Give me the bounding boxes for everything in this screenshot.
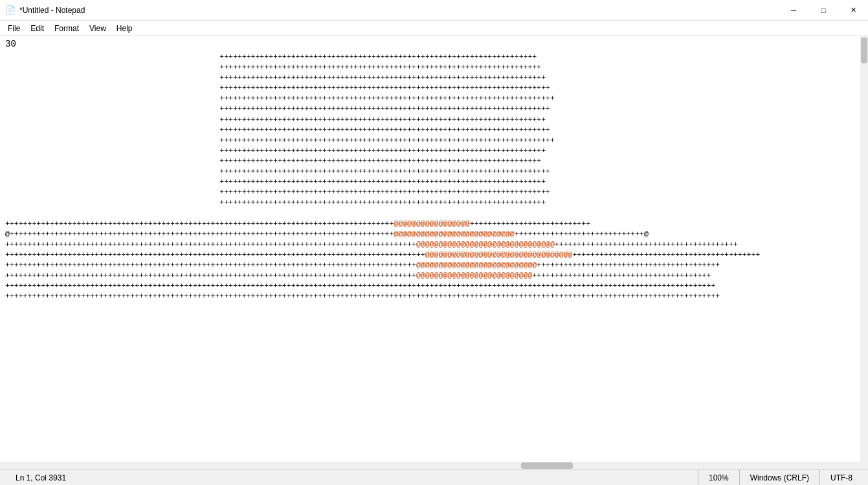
mixed-line: ++++++++++++++++++++++++++++++++++++++++… [5, 250, 863, 260]
status-bar: Ln 1, Col 3931 100% Windows (CRLF) UTF-8 [0, 469, 868, 485]
mixed-line: ++++++++++++++++++++++++++++++++++++++++… [5, 239, 863, 250]
plus-line: ++++++++++++++++++++++++++++++++++++++++… [5, 93, 863, 103]
mixed-line: ++++++++++++++++++++++++++++++++++++++++… [5, 260, 863, 270]
title-bar-controls: ─ □ ✕ [779, 0, 868, 21]
minimize-button[interactable]: ─ [779, 0, 808, 21]
at-chars: @@@@@@@@@@@@@@@@@@@@@@@@@@@ [394, 230, 514, 238]
at-chars: @@@@@@@@@@@@@@@@@@@@@@@@@@@ [416, 261, 537, 269]
vertical-scrollbar[interactable] [860, 36, 868, 462]
menu-file[interactable]: File [3, 21, 25, 36]
plus-line: ++++++++++++++++++++++++++++++++++++++++… [5, 146, 863, 156]
plus-line: ++++++++++++++++++++++++++++++++++++++++… [5, 156, 863, 166]
mixed-line: @+++++++++++++++++++++++++++++++++++++++… [5, 229, 863, 239]
menu-bar: File Edit Format View Help [0, 21, 868, 36]
plus-line: ++++++++++++++++++++++++++++++++++++++++… [5, 72, 863, 83]
title-bar: 📄 *Untitled - Notepad ─ □ ✕ [0, 0, 868, 21]
plus-line: ++++++++++++++++++++++++++++++++++++++++… [5, 83, 863, 93]
at-chars: @@@@@@@@@@@@@@@@@@@@@@@@@@@@@@@ [416, 240, 555, 248]
menu-edit[interactable]: Edit [25, 21, 49, 36]
at-chars: @@@@@@@@@@@@@@@@@@@@@@@@@@@@@@@@@ [425, 250, 573, 259]
mixed-line: ++++++++++++++++++++++++++++++++++++++++… [5, 291, 863, 301]
plus-line: ++++++++++++++++++++++++++++++++++++++++… [5, 103, 863, 114]
position-text: Ln 1, Col 3931 [16, 473, 66, 482]
horizontal-scrollbar[interactable] [0, 462, 868, 469]
at-chars: @@@@@@@@@@@@@@@@@@@@@@@@@@ [416, 271, 532, 279]
status-encoding: UTF-8 [819, 470, 863, 485]
plus-line: ++++++++++++++++++++++++++++++++++++++++… [5, 125, 863, 135]
notepad-icon: 📄 [5, 5, 16, 16]
editor[interactable]: ++++++++++++++++++++++++++++++++++++++++… [0, 49, 868, 462]
at-chars: @@@@@@@@@@@@@@@@@ [394, 219, 469, 228]
menu-help[interactable]: Help [111, 21, 138, 36]
zoom-text: 100% [709, 473, 729, 482]
mixed-line: ++++++++++++++++++++++++++++++++++++++++… [5, 219, 863, 229]
plus-line: ++++++++++++++++++++++++++++++++++++++++… [5, 177, 863, 187]
h-scroll-thumb[interactable] [521, 462, 573, 469]
plus-line: ++++++++++++++++++++++++++++++++++++++++… [5, 187, 863, 197]
menu-format[interactable]: Format [49, 21, 84, 36]
mixed-line: ++++++++++++++++++++++++++++++++++++++++… [5, 270, 863, 281]
close-button[interactable]: ✕ [838, 0, 868, 21]
status-line-ending: Windows (CRLF) [739, 470, 819, 485]
plus-line: ++++++++++++++++++++++++++++++++++++++++… [5, 135, 863, 146]
status-zoom: 100% [698, 470, 739, 485]
plus-line: ++++++++++++++++++++++++++++++++++++++++… [5, 52, 863, 62]
plus-line: ++++++++++++++++++++++++++++++++++++++++… [5, 197, 863, 208]
encoding-text: UTF-8 [830, 473, 852, 482]
status-position: Ln 1, Col 3931 [5, 470, 698, 485]
menu-view[interactable]: View [84, 21, 111, 36]
plus-line: ++++++++++++++++++++++++++++++++++++++++… [5, 114, 863, 125]
plus-line: ++++++++++++++++++++++++++++++++++++++++… [5, 62, 863, 72]
first-line: 30 [0, 36, 868, 49]
title-bar-left: 📄 *Untitled - Notepad [5, 5, 85, 16]
title-text: *Untitled - Notepad [19, 6, 85, 15]
plus-line: ++++++++++++++++++++++++++++++++++++++++… [5, 166, 863, 177]
maximize-button[interactable]: □ [808, 0, 838, 21]
line-ending-text: Windows (CRLF) [750, 473, 809, 482]
content-area: 30 +++++++++++++++++++++++++++++++++++++… [0, 36, 868, 462]
scroll-thumb[interactable] [861, 38, 867, 63]
mixed-line: ++++++++++++++++++++++++++++++++++++++++… [5, 281, 863, 291]
